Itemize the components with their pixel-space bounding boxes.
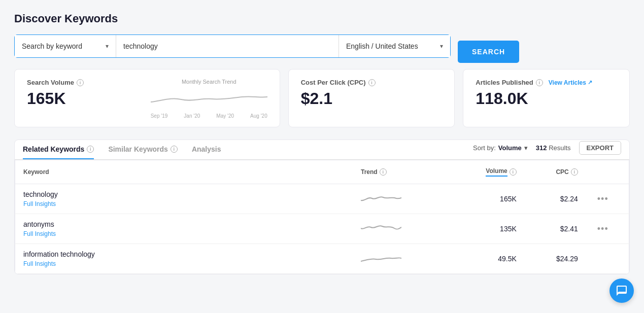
col-actions [586,160,629,184]
cpc-card: Cost Per Click (CPC) i $2.1 [288,69,455,127]
tab-analysis[interactable]: Analysis [192,140,221,159]
chat-icon [616,285,628,297]
trend-sparkline [361,221,401,235]
trend-date-3: May '20 [216,113,234,119]
trend-date-2: Jan '20 [184,113,200,119]
col-trend: Trend i [353,160,445,184]
volume-cell: 49.5K [445,244,525,274]
cpc-cell: $2.41 [525,214,586,244]
search-keyword-input[interactable] [116,35,338,57]
cpc-info-icon[interactable]: i [368,79,376,86]
tab-similar-keywords[interactable]: Similar Keywords i [108,140,178,159]
trend-date-4: Aug '20 [250,113,267,119]
keyword-cell: antonyms Full Insights [15,214,353,244]
sort-by-control[interactable]: Sort by: Volume ▾ [473,144,528,152]
full-insights-link[interactable]: Full Insights [23,260,56,267]
keywords-section: Related Keywords i Similar Keywords i An… [14,140,630,274]
full-insights-link[interactable]: Full Insights [23,200,56,207]
table-body: technology Full Insights 165K $2.24 [15,184,629,274]
trend-sparkline [361,251,401,265]
search-volume-value: 165K [27,89,151,108]
keyword-name: information technology [23,250,345,258]
language-label: English / United States [346,42,418,50]
actions-cell: ••• [586,214,629,244]
cpc-col-info-icon[interactable]: i [571,168,578,176]
volume-value: 135K [500,225,517,233]
external-link-icon: ↗ [588,79,592,86]
chevron-down-icon: ▾ [106,43,109,50]
results-label: Results [549,144,570,152]
row-actions-button[interactable]: ••• [594,193,612,205]
page-container: Discover Keywords Search by keyword ▾ En… [0,0,644,313]
monthly-trend-label: Monthly Search Trend [182,79,236,85]
table-row: technology Full Insights 165K $2.24 [15,184,629,214]
tab-controls: Sort by: Volume ▾ 312 Results EXPORT [473,141,621,159]
volume-col-info-icon[interactable]: i [510,168,517,176]
view-articles-link[interactable]: View Articles ↗ [549,79,592,86]
articles-card: Articles Published i View Articles ↗ 118… [463,69,630,127]
sort-by-value: Volume [498,144,522,152]
articles-value: 118.0K [476,89,617,108]
keyword-cell: technology Full Insights [15,184,353,214]
cpc-cell: $2.24 [525,184,586,214]
tab-analysis-label: Analysis [192,145,221,153]
tab-similar-keywords-label: Similar Keywords [108,145,168,153]
table-row: information technology Full Insights 49.… [15,244,629,274]
actions-cell [586,244,629,274]
language-dropdown[interactable]: English / United States ▾ [338,35,450,57]
col-cpc-label: CPC [556,168,568,176]
tab-related-keywords[interactable]: Related Keywords i [23,140,94,159]
col-volume-label: Volume [486,167,507,177]
chevron-down-icon: ▾ [440,43,443,50]
trend-date-1: Sep '19 [151,113,168,119]
trend-cell [353,244,445,274]
table-row: antonyms Full Insights 135K $2.41 [15,214,629,244]
articles-label: Articles Published [476,79,533,86]
search-bar: Search by keyword ▾ English / United Sta… [14,34,451,58]
similar-keywords-info-icon[interactable]: i [171,146,178,153]
export-button[interactable]: EXPORT [579,141,621,155]
keyword-cell: information technology Full Insights [15,244,353,274]
trend-col-info-icon[interactable]: i [380,168,387,176]
trend-cell [353,214,445,244]
page-title: Discover Keywords [14,12,630,25]
trend-sparkline [361,191,401,205]
keywords-table: Keyword Trend i Volume i [15,160,629,274]
related-keywords-info-icon[interactable]: i [87,146,94,153]
search-volume-label: Search Volume [27,79,74,86]
results-number: 312 [536,144,547,152]
full-insights-link[interactable]: Full Insights [23,230,56,237]
search-type-label: Search by keyword [22,42,82,50]
search-volume-info-icon[interactable]: i [77,79,84,86]
cpc-value: $2.1 [301,89,443,108]
actions-cell: ••• [586,184,629,214]
col-keyword: Keyword [15,160,353,184]
volume-cell: 165K [445,184,525,214]
chat-support-button[interactable] [609,279,634,303]
tab-related-keywords-label: Related Keywords [23,145,84,153]
sort-chevron-down-icon: ▾ [524,144,528,152]
cpc-value: $24.29 [556,255,578,263]
keyword-name: technology [23,190,345,198]
tabs-row: Related Keywords i Similar Keywords i An… [15,140,629,160]
row-actions-button[interactable]: ••• [594,223,612,235]
search-button[interactable]: SEARCH [458,41,519,63]
col-cpc: CPC i [525,160,586,184]
articles-info-icon[interactable]: i [536,79,543,86]
sort-by-label: Sort by: [473,144,496,152]
search-volume-card: Search Volume i 165K Monthly Search Tren… [14,69,280,127]
view-articles-label: View Articles [549,79,586,86]
monthly-trend-chart [151,87,267,111]
stats-row: Search Volume i 165K Monthly Search Tren… [14,69,630,127]
search-row: Search by keyword ▾ English / United Sta… [14,34,630,69]
search-type-dropdown[interactable]: Search by keyword ▾ [15,35,116,57]
keyword-name: antonyms [23,220,345,228]
cpc-value: $2.41 [560,225,578,233]
cpc-label: Cost Per Click (CPC) [301,79,366,86]
cpc-cell: $24.29 [525,244,586,274]
trend-cell [353,184,445,214]
volume-cell: 135K [445,214,525,244]
col-trend-label: Trend [361,168,378,176]
volume-value: 165K [500,195,517,203]
col-volume: Volume i [445,160,525,184]
